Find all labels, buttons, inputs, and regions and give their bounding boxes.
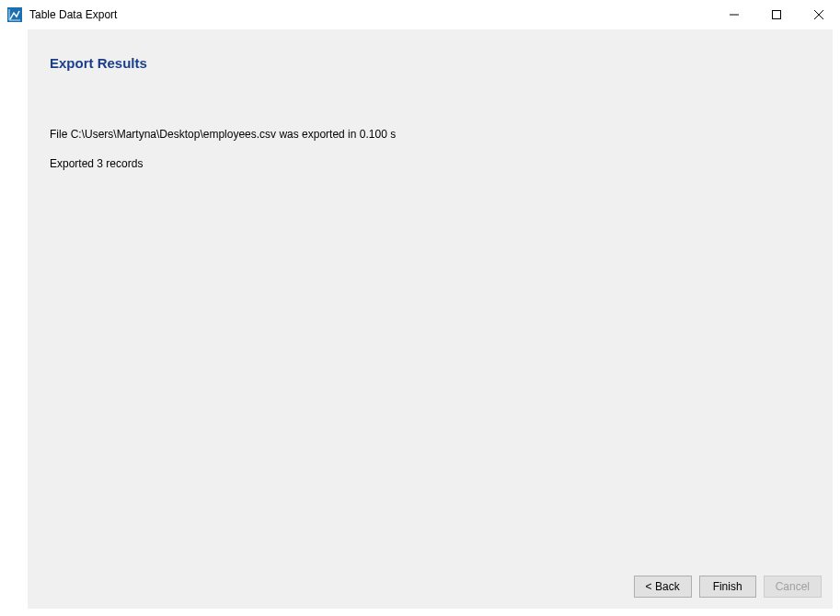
- minimize-icon: [730, 10, 739, 19]
- export-file-message: File C:\Users\Martyna\Desktop\employees.…: [50, 128, 833, 141]
- message-block: File C:\Users\Martyna\Desktop\employees.…: [28, 71, 833, 187]
- titlebar: Table Data Export: [0, 0, 840, 29]
- finish-button[interactable]: Finish: [699, 576, 756, 598]
- maximize-icon: [772, 10, 781, 19]
- button-row: < Back Finish Cancel: [634, 576, 822, 598]
- content-area: Export Results File C:\Users\Martyna\Des…: [28, 29, 833, 609]
- window-controls: [713, 0, 840, 29]
- minimize-button[interactable]: [713, 0, 755, 29]
- app-icon: [7, 7, 22, 22]
- back-button[interactable]: < Back: [634, 576, 692, 598]
- window-title: Table Data Export: [29, 8, 713, 21]
- dialog-window: Table Data Export Export Results File C:…: [0, 0, 840, 616]
- svg-rect-1: [773, 11, 781, 19]
- maximize-button[interactable]: [755, 0, 798, 29]
- cancel-button: Cancel: [764, 576, 822, 598]
- close-icon: [814, 10, 823, 19]
- page-heading: Export Results: [28, 29, 833, 71]
- export-count-message: Exported 3 records: [50, 157, 833, 170]
- close-button[interactable]: [798, 0, 840, 29]
